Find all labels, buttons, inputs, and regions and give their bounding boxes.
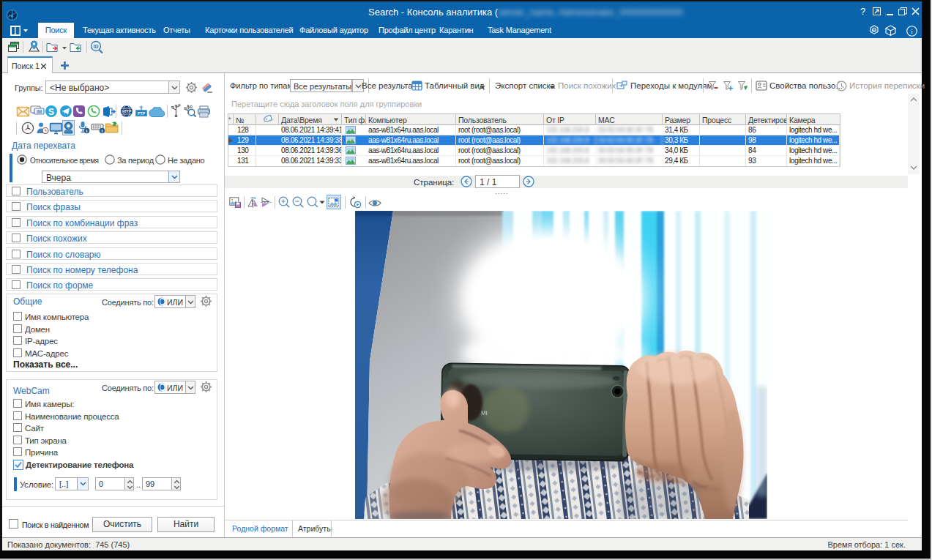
svg-text:S: S [48, 107, 54, 117]
svg-text:i: i [102, 128, 103, 133]
svg-text:MI: MI [481, 410, 488, 417]
svg-text:i: i [911, 28, 913, 35]
svg-text:HTTP: HTTP [122, 110, 131, 113]
svg-text:FTP: FTP [138, 111, 146, 116]
svg-text:IM: IM [37, 109, 42, 114]
svg-text:API: API [872, 29, 876, 32]
svg-text:i: i [86, 128, 88, 133]
svg-text:ID: ID [94, 44, 99, 49]
